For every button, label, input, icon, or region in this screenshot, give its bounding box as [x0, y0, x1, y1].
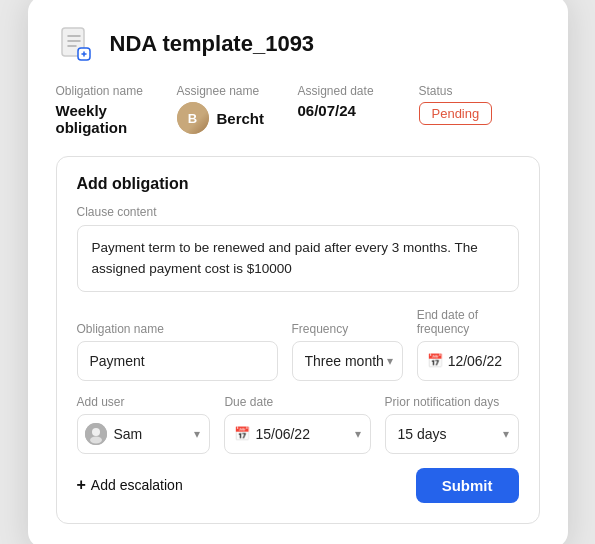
due-date-group: Due date 📅 15/06/22 ▾: [224, 395, 370, 454]
assigned-date-value: 06/07/24: [298, 102, 419, 119]
meta-row: Obligation name Weekly obligation Assign…: [56, 84, 540, 136]
frequency-select-wrapper: Three month Monthly Weekly Annually ▾: [292, 341, 403, 381]
frequency-group: Frequency Three month Monthly Weekly Ann…: [292, 322, 403, 381]
end-date-group: End date of frequency 📅: [417, 308, 519, 381]
assignee-meta: Assignee name B Bercht: [177, 84, 298, 134]
submit-button[interactable]: Submit: [416, 468, 519, 503]
add-obligation-box: Add obligation Clause content Payment te…: [56, 156, 540, 524]
user-avatar-small: [85, 423, 107, 445]
obligation-name-group: Obligation name: [77, 322, 278, 381]
assignee-name: Bercht: [217, 110, 265, 127]
add-user-label: Add user: [77, 395, 211, 409]
obligation-meta: Obligation name Weekly obligation: [56, 84, 177, 136]
prior-notification-select-wrapper: 15 days 7 days 30 days ▾: [385, 414, 519, 454]
plus-icon: +: [77, 476, 86, 494]
avatar: B: [177, 102, 209, 134]
due-date-label: Due date: [224, 395, 370, 409]
svg-point-4: [90, 436, 102, 443]
status-badge: Pending: [419, 102, 493, 125]
add-escalation-button[interactable]: + Add escalation: [77, 476, 183, 494]
user-select-wrapper: Sam Bercht ▾: [77, 414, 211, 454]
modal: NDA template_1093 Obligation name Weekly…: [28, 0, 568, 544]
end-date-input-wrapper: 📅: [417, 341, 519, 381]
end-date-label: End date of frequency: [417, 308, 519, 336]
modal-title: NDA template_1093: [110, 31, 315, 57]
prior-notification-group: Prior notification days 15 days 7 days 3…: [385, 395, 519, 454]
assignee-label: Assignee name: [177, 84, 298, 98]
status-meta: Status Pending: [419, 84, 540, 125]
end-date-input[interactable]: [417, 341, 519, 381]
obligation-label: Obligation name: [56, 84, 177, 98]
clause-content: Payment term to be renewed and paid afte…: [77, 225, 519, 292]
assigned-date-meta: Assigned date 06/07/24: [298, 84, 419, 119]
status-label: Status: [419, 84, 540, 98]
obligation-name-label: Obligation name: [77, 322, 278, 336]
assignee-value-row: B Bercht: [177, 102, 298, 134]
due-date-select-wrapper: 📅 15/06/22 ▾: [224, 414, 370, 454]
add-obligation-title: Add obligation: [77, 175, 519, 193]
add-escalation-label: Add escalation: [91, 477, 183, 493]
frequency-select[interactable]: Three month Monthly Weekly Annually: [292, 341, 403, 381]
form-row-1: Obligation name Frequency Three month Mo…: [77, 308, 519, 381]
avatar-image: B: [177, 102, 209, 134]
form-row-2: Add user Sam Bercht ▾: [77, 395, 519, 454]
document-icon: [56, 24, 96, 64]
obligation-name-input[interactable]: [77, 341, 278, 381]
assigned-date-label: Assigned date: [298, 84, 419, 98]
obligation-value: Weekly obligation: [56, 102, 177, 136]
due-date-select[interactable]: 15/06/22: [224, 414, 370, 454]
modal-header: NDA template_1093: [56, 24, 540, 64]
clause-label: Clause content: [77, 205, 519, 219]
bottom-row: + Add escalation Submit: [77, 468, 519, 503]
prior-notification-label: Prior notification days: [385, 395, 519, 409]
add-user-group: Add user Sam Bercht ▾: [77, 395, 211, 454]
prior-notification-select[interactable]: 15 days 7 days 30 days: [385, 414, 519, 454]
frequency-label: Frequency: [292, 322, 403, 336]
svg-point-3: [92, 428, 100, 436]
